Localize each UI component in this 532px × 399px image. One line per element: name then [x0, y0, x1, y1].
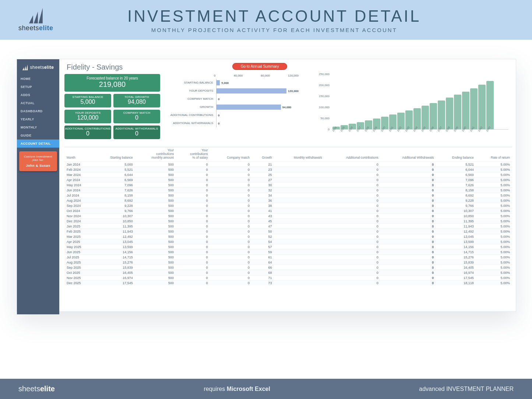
footer-brand: sheetselite	[18, 385, 55, 393]
table-row: Mar 202512,49250000520013,0455.00%	[64, 234, 512, 239]
column-bar	[486, 81, 494, 129]
card-starting-balance: STARTING BALANCE5,000	[64, 94, 111, 107]
account-title: Fidelity - Savings	[67, 63, 123, 71]
sidebar-logo: sheetselite	[17, 64, 59, 70]
annual-summary-button[interactable]: Go to Annual Summary	[232, 63, 287, 70]
table-row: Nov 202410,30750000430010,8505.00%	[64, 213, 512, 219]
table-row: Jun 20247,6265000032008,1585.00%	[64, 188, 512, 193]
table-header: Starting balance	[94, 147, 135, 162]
table-header: Additional Withdrawals	[381, 147, 436, 162]
triangle-bars-icon	[22, 64, 28, 70]
card-total-growth: TOTAL GROWTH94,080	[113, 94, 160, 107]
table-header: Ending balance	[436, 147, 476, 162]
column-bar	[462, 92, 469, 129]
metric-cards: Forecasted balance in 20 years 219,080 S…	[64, 74, 160, 141]
top-banner: sheetselite INVESTMENT ACCOUNT DETAIL MO…	[0, 0, 532, 40]
table-header: Yourcontributions% of salary	[176, 147, 210, 162]
table-row: Nov 202516,97450000710017,5455.00%	[64, 275, 512, 280]
table-row: Sep 20249,2285000038009,7665.00%	[64, 203, 512, 208]
hbar-row: STARTING BALANCE5,000	[170, 79, 299, 87]
table-header: Monthly withdrawals	[274, 147, 324, 162]
card-your-deposits: YOUR DEPOSITS120,000	[64, 110, 111, 123]
footer-requires: requires Microsoft Excel	[204, 386, 270, 392]
hbar-row: ADDITIONAL WITHDRAWALS0	[170, 119, 299, 127]
card-additional-withdrawals: ADDITIONAL WITHDRAWALS0	[113, 126, 160, 139]
spreadsheet-card: sheetselite HOMESETUPADDSACTUALDASHBOARD…	[17, 59, 516, 312]
table-header: Company match	[210, 147, 252, 162]
table-row: May 202513,59950000570014,1565.00%	[64, 244, 512, 250]
column-bar	[454, 95, 461, 129]
table-row: May 20247,0965000030007,6265.00%	[64, 183, 512, 188]
brand-text: sheetselite	[18, 24, 53, 32]
triangle-bars-icon	[29, 8, 43, 24]
sidebar-item-guide[interactable]: GUIDE	[17, 131, 59, 140]
table-row: Dec 202517,54550000730018,1185.00%	[64, 280, 512, 286]
brand-logo: sheetselite	[18, 8, 53, 32]
sidebar-nav: HOMESETUPADDSACTUALDASHBOARDYEARLYMONTHL…	[17, 75, 59, 148]
table-row: Aug 202515,27650000640015,8395.00%	[64, 260, 512, 265]
table-row: Apr 20246,5695000027007,0965.00%	[64, 177, 512, 183]
table-row: Sep 202515,83950000660016,4055.00%	[64, 265, 512, 270]
sidebar-item-home[interactable]: HOME	[17, 75, 59, 83]
sidebar-item-actual[interactable]: ACTUAL	[17, 99, 59, 107]
table-row: Feb 20245,5215000023006,0445.00%	[64, 167, 512, 172]
hbar-row: ADDITIONAL CONTRIBUTIONS0	[170, 111, 299, 119]
hbar-row: GROWTH94,080	[170, 103, 299, 111]
sidebar-item-account-detail[interactable]: ACCOUNT DETAIL	[17, 140, 59, 148]
column-bar	[470, 88, 478, 129]
table-row: Oct 202516,40550000680016,9745.00%	[64, 270, 512, 275]
sidebar-item-yearly[interactable]: YEARLY	[17, 115, 59, 123]
sidebar-item-dashboard[interactable]: DASHBOARD	[17, 107, 59, 115]
sidebar-item-adds[interactable]: ADDS	[17, 91, 59, 99]
hbar-row: COMPANY MATCH0	[170, 95, 299, 103]
plan-name: John & Susan	[21, 164, 55, 167]
table-row: Mar 20246,0445000025006,5695.00%	[64, 172, 512, 177]
table-header: Yourcontributionsmonthly amount	[135, 147, 176, 162]
page-title: INVESTMENT ACCOUNT DETAIL	[105, 7, 444, 25]
plan-label: Custom investment plan for:	[21, 155, 55, 162]
table-row: Apr 202513,04550000540013,5995.00%	[64, 239, 512, 244]
hbar-row: YOUR DEPOSITS120,000	[170, 87, 299, 95]
table-header: Rate of return	[476, 147, 512, 162]
table-row: Jan 202511,39550000470011,9435.00%	[64, 224, 512, 229]
table-row: Feb 202511,94350000500012,4925.00%	[64, 229, 512, 234]
card-additional-contributions: ADDITIONAL CONTRIBUTIONS0	[64, 126, 111, 139]
card-company-match: COMPANY MATCH0	[113, 110, 160, 123]
projection-table: MonthStarting balanceYourcontributionsmo…	[64, 147, 512, 311]
table-header: Month	[64, 147, 94, 162]
plan-card: Custom investment plan for: John & Susan	[19, 151, 57, 171]
table-row: Dec 202410,85050000450011,3955.00%	[64, 219, 512, 224]
balance-column-chart: 250,000200,000150,000100,00050,000020242…	[313, 74, 508, 140]
table-row: Jun 202514,15650000590014,7155.00%	[64, 250, 512, 255]
table-row: Oct 20249,76650000410010,3075.00%	[64, 208, 512, 213]
column-bar	[478, 85, 486, 129]
page-subtitle: MONTHLY PROJECTION ACTIVITY FOR EACH INV…	[105, 27, 444, 33]
table-header: Additional contributions	[324, 147, 380, 162]
table-row: Jul 202514,71550000610015,2765.00%	[64, 255, 512, 260]
table-row: Jan 20245,0005000021005,5215.00%	[64, 162, 512, 167]
footer-product: advanced INVESTMENT PLANNER	[419, 386, 514, 392]
table-row: Aug 20248,6925000036009,2285.00%	[64, 198, 512, 203]
sidebar-item-monthly[interactable]: MONTHLY	[17, 123, 59, 131]
breakdown-bar-chart: 040,00080,000120,000STARTING BALANCE5,00…	[170, 74, 299, 127]
sidebar: sheetselite HOMESETUPADDSACTUALDASHBOARD…	[17, 59, 59, 314]
card-forecast: Forecasted balance in 20 years 219,080	[64, 74, 160, 92]
table-row: Jul 20248,1585000034008,6925.00%	[64, 193, 512, 198]
table-header: Growth	[252, 147, 274, 162]
sidebar-item-setup[interactable]: SETUP	[17, 83, 59, 91]
footer-bar: sheetselite requires Microsoft Excel adv…	[0, 379, 532, 399]
